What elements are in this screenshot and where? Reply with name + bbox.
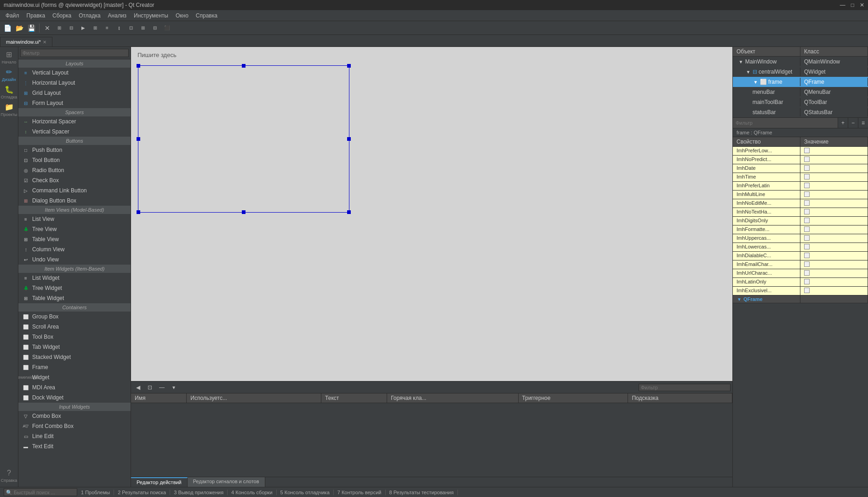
side-icon-projects[interactable]: 📁 Проекты (1, 101, 17, 118)
prop-row-imhemailchar[interactable]: ImhEmailChar... (733, 260, 868, 269)
widget-tool-button[interactable]: ⊡ Tool Button (18, 155, 131, 165)
widget-list-view[interactable]: ≡ List View (18, 214, 131, 224)
handle-bl[interactable] (137, 210, 140, 214)
widget-line-edit[interactable]: ▭ Line Edit (18, 431, 131, 441)
handle-mr[interactable] (347, 137, 351, 141)
prop-value[interactable] (800, 269, 868, 277)
widget-table-widget[interactable]: ⊞ Table Widget (18, 293, 131, 303)
prop-row-imhexclusivel[interactable]: ImhExclusivel... (733, 287, 868, 295)
handle-tr[interactable] (347, 64, 351, 68)
prop-row-imhtime[interactable]: ImhTime (733, 173, 868, 182)
prop-row-imhlowercas[interactable]: ImhLowercas... (733, 243, 868, 252)
prop-value[interactable] (800, 278, 868, 286)
prop-checkbox[interactable] (804, 183, 810, 188)
toolbar-btn4[interactable]: ⊞ (90, 23, 101, 34)
prop-checkbox[interactable] (804, 226, 810, 232)
prop-value[interactable] (800, 287, 868, 295)
toolbar-btn6[interactable]: ⫿ (114, 23, 125, 34)
prop-checkbox[interactable] (804, 209, 810, 214)
expand-qframe[interactable]: ▼ (737, 297, 742, 302)
handle-bm[interactable] (242, 210, 246, 214)
widget-combo-box[interactable]: ▽ Combo Box (18, 411, 131, 421)
prop-checkbox[interactable] (804, 165, 810, 171)
bottom-btn-widget[interactable]: ⊡ (145, 383, 155, 392)
prop-row-imhnotextha[interactable]: ImhNoTextHa... (733, 208, 868, 217)
widget-frame[interactable]: ⬜ Frame (18, 362, 131, 372)
handle-tm[interactable] (242, 64, 246, 68)
tree-row-menubar[interactable]: menuBar QMenuBar (733, 87, 868, 97)
toolbar-close[interactable]: ✕ (42, 23, 53, 34)
toolbar-save[interactable]: 💾 (26, 23, 37, 34)
widget-list-widget[interactable]: ≡ List Widget (18, 273, 131, 283)
toolbar-btn8[interactable]: ⊞ (137, 23, 148, 34)
widget-filter-input[interactable] (20, 49, 129, 57)
side-icon-design[interactable]: ✏ Дизайн (1, 66, 17, 83)
tree-row-mainwindow[interactable]: ▼ MainWindow QMainWindow (733, 57, 868, 67)
menu-help[interactable]: Справка (192, 12, 221, 20)
toolbar-btn1[interactable]: ⊞ (54, 23, 65, 34)
widget-scroll-area[interactable]: ⬜ Scroll Area (18, 322, 131, 332)
prop-value[interactable] (800, 182, 868, 190)
status-problems[interactable]: 1 Проблемы (77, 490, 114, 495)
close-btn[interactable]: ✕ (860, 2, 864, 8)
tree-row-centralwidget[interactable]: ▼ ⊟ centralWidget QWidget (733, 67, 868, 77)
prop-checkbox[interactable] (804, 148, 810, 153)
prop-row-imhformatte[interactable]: ImhFormatte... (733, 225, 868, 234)
prop-checkbox[interactable] (804, 270, 810, 276)
widget-push-button[interactable]: □ Push Button (18, 145, 131, 155)
prop-checkbox[interactable] (804, 288, 810, 293)
prop-checkbox[interactable] (804, 218, 810, 223)
menu-debug[interactable]: Отладка (75, 12, 104, 20)
prop-value[interactable] (800, 147, 868, 155)
prop-value[interactable] (800, 191, 868, 199)
bottom-btn-down[interactable]: ▾ (169, 383, 179, 392)
widget-radio-button[interactable]: ◎ Radio Button (18, 165, 131, 175)
prop-value[interactable] (800, 260, 868, 269)
toolbar-btn9[interactable]: ⊟ (149, 23, 160, 34)
prop-filter-settings-btn[interactable]: ≡ (858, 118, 868, 128)
toolbar-btn3[interactable]: ▶ (78, 23, 89, 34)
tab-action-editor[interactable]: Редактор действий (131, 477, 188, 487)
prop-value[interactable] (800, 243, 868, 251)
toolbar-btn10[interactable]: ⬛ (161, 23, 172, 34)
menu-analyze[interactable]: Анализ (104, 12, 131, 20)
handle-tl[interactable] (137, 64, 140, 68)
prop-checkbox[interactable] (804, 253, 810, 258)
prop-row-imhpreferlw[interactable]: ImhPreferLow... (733, 147, 868, 156)
bottom-btn-dash[interactable]: — (157, 383, 167, 392)
prop-row-imhpreferlatin[interactable]: ImhPreferLatin (733, 182, 868, 191)
prop-filter-add-btn[interactable]: + (838, 118, 848, 128)
prop-value[interactable] (800, 234, 868, 243)
bottom-filter-input[interactable] (639, 384, 731, 391)
expand-centralwidget[interactable]: ▼ (745, 69, 751, 75)
widget-vertical-spacer[interactable]: ↕ Vertical Spacer (18, 127, 131, 137)
prop-checkbox[interactable] (804, 279, 810, 284)
toolbar-btn7[interactable]: ⊡ (126, 23, 137, 34)
prop-value[interactable] (800, 164, 868, 173)
widget-horizontal-layout[interactable]: ⋮ Horizontal Layout (18, 78, 131, 88)
prop-value[interactable] (800, 217, 868, 225)
prop-value[interactable] (800, 173, 868, 181)
status-debug-console[interactable]: 5 Консоль отладчика (277, 490, 334, 495)
menu-tools[interactable]: Инструменты (130, 12, 172, 20)
toolbar-btn5[interactable]: ≡ (102, 23, 113, 34)
widget-table-view[interactable]: ⊞ Table View (18, 234, 131, 244)
prop-row-imhdialablec[interactable]: ImhDialableC... (733, 252, 868, 260)
widget-text-edit[interactable]: ▬ Text Edit (18, 441, 131, 451)
widget-tab-widget[interactable]: ⬜ Tab Widget (18, 342, 131, 352)
prop-value[interactable] (800, 252, 868, 260)
tab-mainwindow[interactable]: mainwindow.ui* ✕ (0, 37, 52, 46)
prop-checkbox[interactable] (804, 235, 810, 241)
prop-checkbox[interactable] (804, 244, 810, 249)
status-test-results[interactable]: 8 Результаты тестирования (386, 490, 458, 495)
tab-signal-slot-editor[interactable]: Редактор сигналов и слотов (188, 477, 265, 487)
side-icon-start[interactable]: ⊞ Начало (1, 49, 17, 65)
widget-dialog-button-box[interactable]: ⊞ Dialog Button Box (18, 196, 131, 206)
toolbar-new[interactable]: 📄 (2, 23, 13, 34)
quick-search-input[interactable] (4, 488, 77, 496)
prop-row-imhurlcharac[interactable]: ImhUrlCharac... (733, 269, 868, 278)
widget-group-box[interactable]: ⬜ Group Box (18, 312, 131, 322)
prop-checkbox[interactable] (804, 261, 810, 267)
widget-undo-view[interactable]: ↩ Undo View (18, 254, 131, 265)
expand-frame[interactable]: ▼ (753, 80, 758, 85)
